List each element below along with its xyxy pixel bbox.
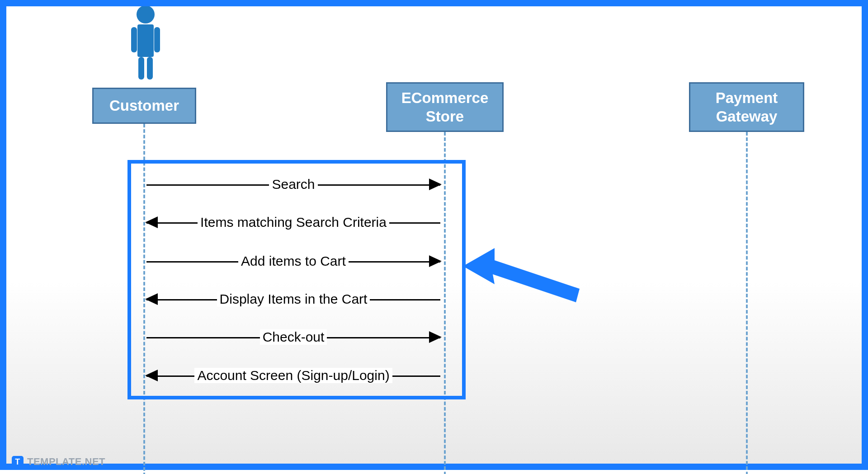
arrowhead-left-icon <box>145 216 158 228</box>
participant-customer: Customer <box>92 88 196 124</box>
message-label: Check-out <box>260 329 327 345</box>
svg-marker-6 <box>463 248 580 302</box>
message-display-cart: Display Items in the Cart <box>146 292 440 306</box>
participant-customer-label: Customer <box>109 96 179 115</box>
diagram-frame: Customer ECommerce Store Payment Gateway… <box>0 0 868 470</box>
participant-payment-gateway: Payment Gateway <box>689 82 804 132</box>
watermark-logo-icon: T <box>12 456 24 468</box>
svg-rect-5 <box>147 57 153 80</box>
participant-gateway-label: Payment Gateway <box>716 89 778 126</box>
svg-rect-1 <box>137 24 154 57</box>
message-label: Add items to Cart <box>238 253 349 269</box>
svg-rect-2 <box>131 27 137 52</box>
arrowhead-right-icon <box>429 178 442 190</box>
watermark-text: TEMPLATE.NET <box>27 456 105 468</box>
highlight-selection-box <box>127 160 466 399</box>
message-label: Account Screen (Sign-up/Login) <box>194 368 392 383</box>
svg-point-0 <box>137 6 155 23</box>
arrowhead-right-icon <box>429 255 442 267</box>
arrowhead-left-icon <box>145 293 158 305</box>
arrowhead-right-icon <box>429 331 442 343</box>
arrowhead-left-icon <box>145 370 158 381</box>
callout-pointer-arrow-icon <box>463 248 580 302</box>
svg-rect-4 <box>138 57 144 80</box>
message-label: Search <box>269 177 317 192</box>
message-checkout: Check-out <box>146 330 440 344</box>
svg-rect-3 <box>154 27 160 52</box>
watermark: T TEMPLATE.NET <box>12 456 105 468</box>
actor-person-icon <box>127 6 164 83</box>
participant-ecommerce-store: ECommerce Store <box>386 82 504 132</box>
lifeline-gateway <box>746 132 748 474</box>
message-add-to-cart: Add items to Cart <box>146 254 440 268</box>
message-items-matching: Items matching Search Criteria <box>146 215 440 230</box>
participant-store-label: ECommerce Store <box>401 89 489 126</box>
message-label: Display Items in the Cart <box>217 291 370 307</box>
message-account-screen: Account Screen (Sign-up/Login) <box>146 368 440 383</box>
message-search: Search <box>146 177 440 192</box>
message-label: Items matching Search Criteria <box>198 215 389 230</box>
